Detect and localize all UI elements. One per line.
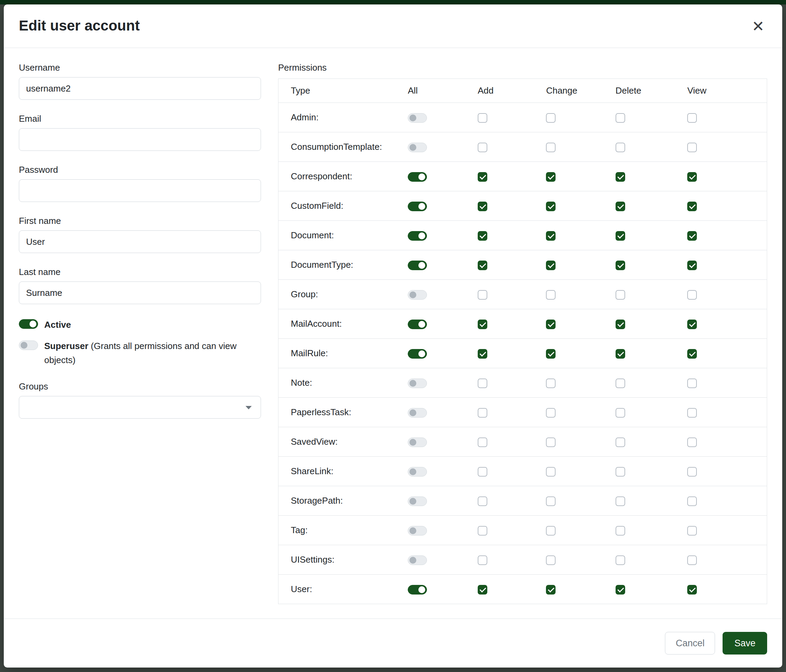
permission-delete-checkbox[interactable] bbox=[616, 113, 625, 123]
superuser-toggle[interactable] bbox=[19, 341, 38, 350]
permission-view-checkbox[interactable] bbox=[687, 202, 697, 211]
permission-change-checkbox[interactable] bbox=[546, 290, 556, 300]
permission-delete-checkbox[interactable] bbox=[616, 496, 625, 506]
permission-delete-checkbox[interactable] bbox=[616, 408, 625, 418]
groups-select[interactable] bbox=[19, 396, 261, 419]
permission-all-toggle[interactable] bbox=[408, 320, 427, 329]
permission-delete-checkbox[interactable] bbox=[616, 438, 625, 447]
password-field[interactable] bbox=[19, 179, 261, 202]
permission-add-checkbox[interactable] bbox=[478, 408, 487, 418]
permission-all-toggle[interactable] bbox=[408, 261, 427, 270]
permission-add-checkbox[interactable] bbox=[478, 467, 487, 477]
permission-change-checkbox[interactable] bbox=[546, 408, 556, 418]
permission-change-checkbox[interactable] bbox=[546, 556, 556, 565]
permission-change-checkbox[interactable] bbox=[546, 202, 556, 211]
permission-view-checkbox[interactable] bbox=[687, 438, 697, 447]
permission-add-checkbox[interactable] bbox=[478, 202, 487, 211]
permission-view-checkbox[interactable] bbox=[687, 378, 697, 388]
permission-add-checkbox[interactable] bbox=[478, 172, 487, 182]
permission-add-checkbox[interactable] bbox=[478, 290, 487, 300]
permission-view-checkbox[interactable] bbox=[687, 320, 697, 329]
permission-change-checkbox[interactable] bbox=[546, 172, 556, 182]
permission-change-checkbox[interactable] bbox=[546, 231, 556, 241]
permission-add-checkbox[interactable] bbox=[478, 378, 487, 388]
permission-delete-checkbox[interactable] bbox=[616, 143, 625, 152]
permission-add-checkbox[interactable] bbox=[478, 231, 487, 241]
permission-all-toggle[interactable] bbox=[408, 496, 427, 506]
permission-change-checkbox[interactable] bbox=[546, 349, 556, 359]
permission-delete-checkbox[interactable] bbox=[616, 526, 625, 535]
permission-view-checkbox[interactable] bbox=[687, 556, 697, 565]
permission-delete-checkbox[interactable] bbox=[616, 320, 625, 329]
permission-all-toggle[interactable] bbox=[408, 349, 427, 359]
permission-view-checkbox[interactable] bbox=[687, 585, 697, 595]
email-field[interactable] bbox=[19, 128, 261, 151]
permission-add-checkbox[interactable] bbox=[478, 496, 487, 506]
permission-change-checkbox[interactable] bbox=[546, 585, 556, 595]
permission-delete-checkbox[interactable] bbox=[616, 231, 625, 241]
permission-change-checkbox[interactable] bbox=[546, 113, 556, 123]
last-name-field[interactable] bbox=[19, 281, 261, 304]
permission-add-checkbox[interactable] bbox=[478, 438, 487, 447]
edit-user-modal: Edit user account ✕ Username Email Passw… bbox=[4, 5, 782, 667]
permission-view-checkbox[interactable] bbox=[687, 172, 697, 182]
permission-view-checkbox[interactable] bbox=[687, 231, 697, 241]
permission-add-checkbox[interactable] bbox=[478, 349, 487, 359]
permission-all-toggle[interactable] bbox=[408, 556, 427, 565]
permission-all-toggle[interactable] bbox=[408, 408, 427, 418]
permission-delete-checkbox[interactable] bbox=[616, 290, 625, 300]
permission-view-checkbox[interactable] bbox=[687, 113, 697, 123]
permission-delete-checkbox[interactable] bbox=[616, 261, 625, 270]
permission-add-checkbox[interactable] bbox=[478, 585, 487, 595]
permission-view-checkbox[interactable] bbox=[687, 526, 697, 535]
permission-all-toggle[interactable] bbox=[408, 113, 427, 123]
permission-change-checkbox[interactable] bbox=[546, 438, 556, 447]
permission-delete-checkbox[interactable] bbox=[616, 378, 625, 388]
permission-view-checkbox[interactable] bbox=[687, 143, 697, 152]
active-toggle[interactable] bbox=[19, 319, 38, 329]
permission-all-toggle[interactable] bbox=[408, 290, 427, 300]
permission-add-checkbox[interactable] bbox=[478, 556, 487, 565]
permission-add-checkbox[interactable] bbox=[478, 143, 487, 152]
permission-view-checkbox[interactable] bbox=[687, 496, 697, 506]
permission-delete-checkbox[interactable] bbox=[616, 467, 625, 477]
permission-all-toggle[interactable] bbox=[408, 438, 427, 447]
permission-add-checkbox[interactable] bbox=[478, 320, 487, 329]
permission-change-checkbox[interactable] bbox=[546, 143, 556, 152]
permission-delete-checkbox[interactable] bbox=[616, 585, 625, 595]
permission-all-toggle[interactable] bbox=[408, 526, 427, 535]
permission-change-checkbox[interactable] bbox=[546, 467, 556, 477]
permission-all-toggle[interactable] bbox=[408, 172, 427, 182]
permission-delete-checkbox[interactable] bbox=[616, 202, 625, 211]
modal-body: Username Email Password First name Last … bbox=[4, 48, 782, 619]
cancel-button[interactable]: Cancel bbox=[665, 632, 715, 655]
username-input[interactable] bbox=[19, 77, 261, 100]
column-header-all: All bbox=[408, 79, 478, 103]
permission-all-toggle[interactable] bbox=[408, 378, 427, 388]
permission-add-checkbox[interactable] bbox=[478, 261, 487, 270]
permission-view-checkbox[interactable] bbox=[687, 290, 697, 300]
permission-change-checkbox[interactable] bbox=[546, 320, 556, 329]
permission-view-checkbox[interactable] bbox=[687, 467, 697, 477]
close-icon[interactable]: ✕ bbox=[749, 17, 767, 35]
permission-row: Correspondent: bbox=[278, 162, 767, 191]
permission-change-checkbox[interactable] bbox=[546, 526, 556, 535]
permission-delete-checkbox[interactable] bbox=[616, 172, 625, 182]
permission-add-checkbox[interactable] bbox=[478, 113, 487, 123]
permission-all-toggle[interactable] bbox=[408, 231, 427, 241]
first-name-field[interactable] bbox=[19, 231, 261, 253]
permission-view-checkbox[interactable] bbox=[687, 408, 697, 418]
save-button[interactable]: Save bbox=[723, 632, 767, 655]
permission-view-checkbox[interactable] bbox=[687, 349, 697, 359]
permission-all-toggle[interactable] bbox=[408, 585, 427, 595]
permission-change-checkbox[interactable] bbox=[546, 496, 556, 506]
permission-delete-checkbox[interactable] bbox=[616, 556, 625, 565]
permission-delete-checkbox[interactable] bbox=[616, 349, 625, 359]
permission-all-toggle[interactable] bbox=[408, 467, 427, 477]
permission-change-checkbox[interactable] bbox=[546, 261, 556, 270]
permission-change-checkbox[interactable] bbox=[546, 378, 556, 388]
permission-add-checkbox[interactable] bbox=[478, 526, 487, 535]
permission-view-checkbox[interactable] bbox=[687, 261, 697, 270]
permission-all-toggle[interactable] bbox=[408, 202, 427, 211]
permission-all-toggle[interactable] bbox=[408, 143, 427, 152]
